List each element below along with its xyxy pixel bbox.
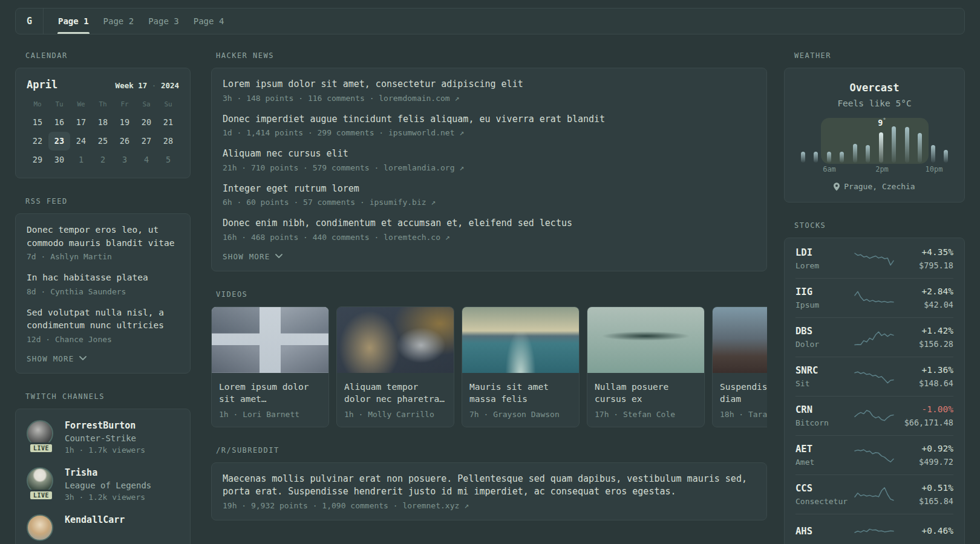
stock-row[interactable]: CCS Consectetur +0.51% $165.84	[785, 475, 964, 514]
tab-page-2[interactable]: Page 2	[96, 8, 142, 34]
twitch-channel-row[interactable]: LIVE ForrestBurton Counter-Strike 1h · 1…	[27, 420, 179, 455]
video-title[interactable]: Lorem ipsum dolor sit amet consectetu…	[219, 381, 322, 406]
calendar-day: 28	[157, 132, 179, 151]
weather-bar	[853, 144, 857, 163]
calendar-year: 2024	[161, 81, 179, 90]
video-title[interactable]: Suspendisse diam	[720, 381, 767, 406]
video-meta: 1h · Lori Barnett	[219, 410, 322, 419]
stock-sparkline	[855, 327, 893, 348]
video-card[interactable]: Suspendisse diam 18h · Tara	[712, 306, 767, 427]
stock-name: Amet	[795, 458, 855, 467]
stock-right: +1.42% $156.28	[893, 326, 953, 349]
top-nav: G Page 1 Page 2 Page 3 Page 4	[15, 8, 965, 34]
calendar-widget: April Week 17 · 2024 Mo Tu We Th Fr Sa S…	[15, 68, 191, 178]
weather-chart: 9° 6am 2pm 10pm	[797, 118, 952, 173]
tab-page-3[interactable]: Page 3	[141, 8, 186, 34]
stock-price: $499.72	[893, 457, 953, 467]
rss-item-meta: 8d · Cynthia Saunders	[27, 287, 179, 296]
tab-page-4[interactable]: Page 4	[186, 8, 232, 34]
stock-left: AET Amet	[795, 444, 855, 467]
weather-bar	[944, 150, 948, 163]
calendar-day: 16	[48, 113, 70, 132]
weather-bar	[866, 145, 870, 163]
video-title[interactable]: Aliquam tempor dolor nec pharetra…	[344, 381, 448, 406]
stock-row[interactable]: AET Amet +0.92% $499.72	[785, 436, 964, 474]
stock-row[interactable]: DBS Dolor +1.42% $156.28	[785, 318, 964, 357]
weather-bar	[905, 127, 909, 163]
calendar-day: 18	[92, 113, 114, 132]
stock-sparkline	[855, 406, 893, 426]
live-badge: LIVE	[28, 490, 54, 501]
stock-price: $66,171.48	[893, 418, 953, 427]
calendar-dow: Th	[92, 99, 114, 113]
hn-item: Lorem ipsum dolor sit amet, consectetur …	[223, 78, 756, 103]
video-title[interactable]: Nullam posuere cursus ex	[595, 381, 698, 406]
calendar-day-next-month: 2	[92, 151, 114, 169]
calendar-day: 26	[114, 132, 136, 151]
hn-show-more-button[interactable]: SHOW MORE	[223, 252, 756, 261]
tab-page-1[interactable]: Page 1	[51, 8, 96, 34]
twitch-channel-row[interactable]: LIVE Trisha League of Legends 3h · 1.2k …	[27, 467, 179, 502]
stocks-widget: LDI Lorem +4.35% $795.18 IIG Ipsum	[784, 238, 965, 544]
twitch-channel-row[interactable]: KendallCarr	[27, 514, 179, 543]
hn-item-title[interactable]: Aliquam nec cursus elit	[223, 147, 756, 161]
stock-left: DBS Dolor	[795, 326, 855, 349]
reddit-post-title[interactable]: Maecenas mollis pulvinar erat non posuer…	[223, 473, 756, 499]
video-title[interactable]: Mauris sit amet massa felis	[469, 381, 573, 406]
rss-item-title[interactable]: In hac habitasse platea	[27, 271, 179, 285]
calendar-dow: Sa	[136, 99, 157, 113]
stock-sparkline	[855, 522, 893, 543]
hn-item-title[interactable]: Lorem ipsum dolor sit amet, consectetur …	[223, 78, 756, 91]
time-label: 6am	[823, 165, 836, 173]
chevron-down-icon	[79, 356, 87, 361]
stock-row[interactable]: LDI Lorem +4.35% $795.18	[785, 239, 964, 278]
twitch-avatar-wrap: LIVE	[27, 467, 56, 496]
rss-item-title[interactable]: Sed volutpat nulla nisl, a condimentum n…	[27, 306, 179, 332]
calendar-day-next-month: 1	[70, 151, 92, 169]
calendar-day: 25	[92, 132, 114, 151]
hn-item: Donec imperdiet augue tincidunt felis al…	[223, 113, 756, 138]
hn-item-title[interactable]: Donec enim nibh, condimentum et accumsan…	[223, 217, 756, 230]
hn-item-title[interactable]: Integer eget rutrum lorem	[223, 183, 756, 196]
calendar-day-next-month: 5	[157, 151, 179, 169]
rss-item-title[interactable]: Donec tempor eros leo, ut commodo mauris…	[27, 224, 179, 250]
hn-item: Aliquam nec cursus elit 21h · 710 points…	[223, 147, 756, 172]
reddit-post-meta: 19h · 9,932 points · 1,090 comments · lo…	[223, 501, 756, 510]
weather-condition: Overcast	[797, 82, 952, 94]
show-more-label: SHOW MORE	[223, 252, 270, 261]
rss-show-more-button[interactable]: SHOW MORE	[27, 354, 179, 363]
stock-row[interactable]: SNRC Sit +1.36% $148.64	[785, 357, 964, 396]
video-card[interactable]: Lorem ipsum dolor sit amet consectetu… 1…	[211, 306, 329, 427]
twitch-channel-name[interactable]: Trisha	[65, 467, 151, 478]
stock-change: +1.42%	[893, 326, 953, 335]
twitch-channel-name[interactable]: ForrestBurton	[65, 420, 145, 431]
app-logo[interactable]: G	[16, 8, 44, 34]
stock-name: Dolor	[795, 340, 855, 349]
weather-bar	[931, 145, 935, 163]
columns: CALENDAR April Week 17 · 2024 Mo Tu We T…	[15, 51, 965, 544]
hn-item-meta: 21h · 710 points · 579 comments · loreml…	[223, 163, 756, 172]
rss-item: In hac habitasse platea 8d · Cynthia Sau…	[27, 271, 179, 296]
calendar-dow: Fr	[114, 99, 136, 113]
stock-symbol: AHS	[795, 526, 855, 537]
calendar-heading: CALENDAR	[15, 51, 191, 60]
stock-change: +1.36%	[893, 365, 953, 375]
stock-symbol: LDI	[795, 247, 855, 258]
weather-bar	[879, 132, 883, 163]
stock-name: Ipsum	[795, 300, 855, 309]
stock-row[interactable]: CRN Bitcorn -1.00% $66,171.48	[785, 397, 964, 435]
calendar-dow: Su	[157, 99, 179, 113]
stock-name: Lorem	[795, 261, 855, 270]
stock-symbol: CRN	[795, 404, 855, 415]
video-card[interactable]: Nullam posuere cursus ex 17h · Stefan Co…	[587, 306, 705, 427]
twitch-channel-name[interactable]: KendallCarr	[65, 514, 125, 525]
stock-change: +4.35%	[893, 247, 953, 257]
stock-row[interactable]: IIG Ipsum +2.84% $42.04	[785, 279, 964, 317]
video-card[interactable]: Mauris sit amet massa felis 7h · Grayson…	[462, 306, 580, 427]
calendar-dow: We	[70, 99, 92, 113]
video-card[interactable]: Aliquam tempor dolor nec pharetra… 1h · …	[336, 306, 454, 427]
stock-change: +0.46%	[893, 526, 953, 536]
stock-right: +0.92% $499.72	[893, 444, 953, 467]
stock-row[interactable]: AHS +0.46%	[785, 514, 964, 544]
hn-item-title[interactable]: Donec imperdiet augue tincidunt felis al…	[223, 113, 756, 126]
